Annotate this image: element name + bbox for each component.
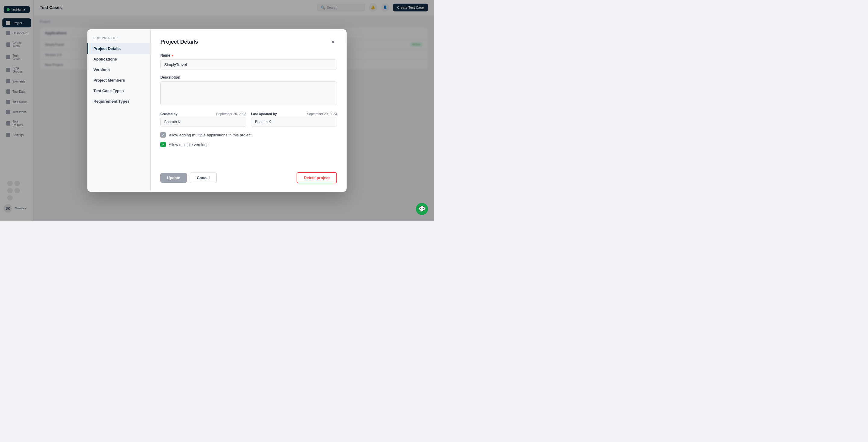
close-modal-button[interactable]: ✕ xyxy=(329,38,337,46)
name-field-group: Name ● xyxy=(160,53,337,70)
modal-nav-project-members[interactable]: Project Members xyxy=(87,75,150,86)
modal-nav-project-details[interactable]: Project Details xyxy=(87,43,150,54)
checkbox2-box[interactable]: ✓ xyxy=(160,142,166,147)
last-updated-label-row: Last Updated by September 29, 2023 xyxy=(251,112,337,115)
update-button[interactable]: Update xyxy=(160,173,187,183)
modal-nav-requirement-types[interactable]: Requirement Types xyxy=(87,96,150,107)
checkbox1-box[interactable]: ✓ xyxy=(160,132,166,138)
checkbox2-check: ✓ xyxy=(162,143,164,147)
created-by-group: Created by September 29, 2023 xyxy=(160,112,246,127)
checkbox2-label: Allow multiple versions xyxy=(169,142,209,147)
description-field-group: Description xyxy=(160,75,337,107)
modal-header: Project Details ✕ xyxy=(160,38,337,46)
meta-row: Created by September 29, 2023 Last Updat… xyxy=(160,112,337,127)
modal-nav-applications[interactable]: Applications xyxy=(87,54,150,64)
support-icon: 💬 xyxy=(418,206,425,212)
modal-sidebar: EDIT PROJECT Project Details Application… xyxy=(87,29,151,192)
last-updated-group: Last Updated by September 29, 2023 xyxy=(251,112,337,127)
cancel-button[interactable]: Cancel xyxy=(190,172,217,183)
modal-overlay[interactable]: EDIT PROJECT Project Details Application… xyxy=(0,0,434,221)
modal-nav-test-case-types[interactable]: Test Case Types xyxy=(87,86,150,96)
checkbox2-row[interactable]: ✓ Allow multiple versions xyxy=(160,142,337,147)
modal-nav-versions[interactable]: Versions xyxy=(87,64,150,75)
modal-title: Project Details xyxy=(160,39,198,45)
checkbox1-label: Allow adding multiple applications in th… xyxy=(169,133,252,137)
checkbox1-row[interactable]: ✓ Allow adding multiple applications in … xyxy=(160,132,337,138)
required-star: ● xyxy=(172,53,174,58)
delete-project-button[interactable]: Delete project xyxy=(297,172,337,183)
last-updated-date: September 29, 2023 xyxy=(307,112,337,115)
created-by-label-row: Created by September 29, 2023 xyxy=(160,112,246,115)
last-updated-label: Last Updated by xyxy=(251,112,277,115)
created-by-label: Created by xyxy=(160,112,178,115)
support-bubble-button[interactable]: 💬 xyxy=(416,203,428,215)
last-updated-input xyxy=(251,117,337,127)
modal-footer: Update Cancel Delete project xyxy=(160,166,337,183)
checkbox1-check: ✓ xyxy=(162,133,164,137)
name-input[interactable] xyxy=(160,59,337,70)
name-label: Name ● xyxy=(160,53,337,58)
modal-section-label: EDIT PROJECT xyxy=(87,36,150,43)
modal-form-content: Project Details ✕ Name ● Description xyxy=(151,29,347,192)
description-label: Description xyxy=(160,75,337,79)
edit-project-modal: EDIT PROJECT Project Details Application… xyxy=(87,29,347,192)
created-by-date: September 29, 2023 xyxy=(216,112,246,115)
created-by-input xyxy=(160,117,246,127)
description-textarea[interactable] xyxy=(160,81,337,105)
